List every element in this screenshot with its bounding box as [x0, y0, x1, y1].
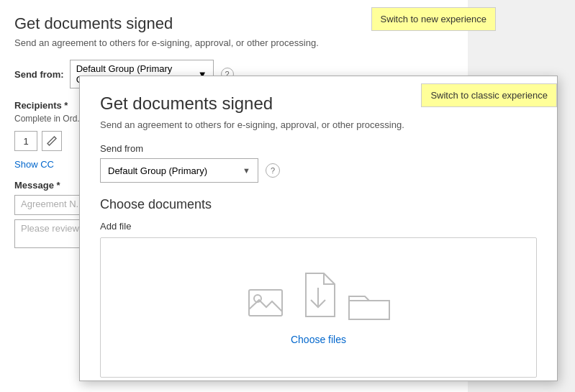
modal-add-file-label: Add file: [100, 221, 537, 232]
bg-show-cc-link[interactable]: Show CC: [14, 159, 54, 170]
folder-icon: [348, 288, 391, 324]
modal-choose-docs-title: Choose documents: [100, 197, 537, 212]
modal-drop-icons: [246, 270, 391, 324]
modal-help-icon[interactable]: ?: [266, 163, 280, 178]
modal-send-from-value: Default Group (Primary): [108, 165, 207, 176]
modal-send-from-select[interactable]: Default Group (Primary) ▼: [100, 158, 258, 183]
upload-icon: [295, 270, 342, 324]
bg-edit-icon[interactable]: [42, 131, 62, 151]
image-icon: [246, 284, 289, 324]
modal-panel: Switch to classic experience Get documen…: [79, 76, 558, 381]
bg-send-from-label: Send from:: [14, 69, 64, 80]
modal-send-from-row: Default Group (Primary) ▼ ?: [100, 158, 537, 183]
svg-rect-0: [249, 290, 282, 316]
modal-drop-zone[interactable]: Choose files: [100, 237, 537, 378]
modal-send-from-label: Send from: [100, 143, 537, 154]
bg-order-number: 1: [14, 131, 37, 151]
switch-to-new-button[interactable]: Switch to new experience: [371, 7, 496, 31]
switch-to-classic-button[interactable]: Switch to classic experience: [421, 83, 557, 107]
choose-files-link[interactable]: Choose files: [291, 334, 346, 345]
modal-subtitle: Send an agreement to others for e-signin…: [100, 119, 537, 130]
bg-subtitle: Send an agreement to others for e-signin…: [14, 37, 453, 48]
modal-select-arrow: ▼: [243, 166, 250, 175]
